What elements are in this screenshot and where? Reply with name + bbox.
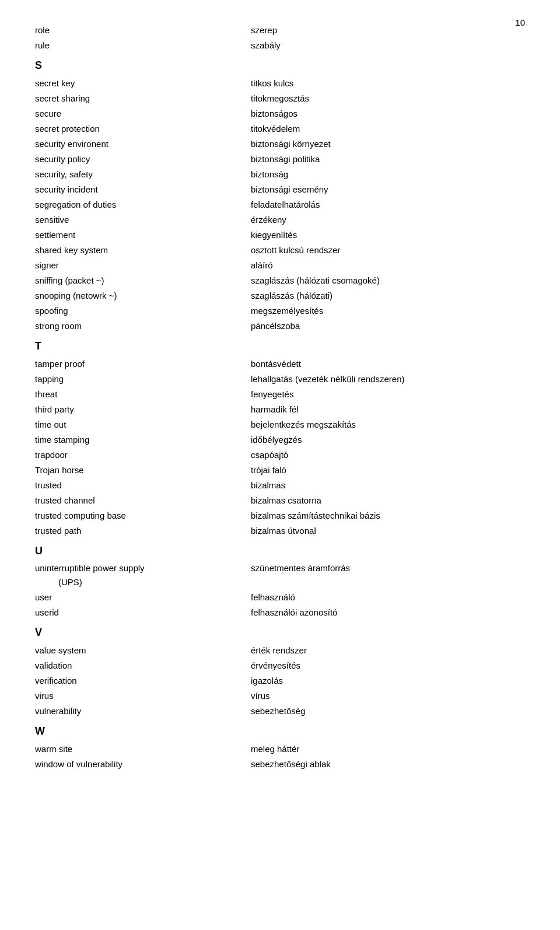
list-item: trapdoorcsapóajtó <box>35 448 525 462</box>
list-item: virusvírus <box>35 689 525 703</box>
section-header: T <box>35 334 525 356</box>
list-item: segregation of dutiesfeladatelhatárolás <box>35 198 525 212</box>
list-item: uninterruptible power supply(UPS)szünetm… <box>35 561 525 589</box>
list-item: tamper proofbontásvédett <box>35 357 525 371</box>
list-item: shared key systemosztott kulcsú rendszer <box>35 243 525 257</box>
list-item: trustedbizalmas <box>35 478 525 492</box>
list-item: secret protectiontitokvédelem <box>35 122 525 136</box>
list-item: verificationigazolás <box>35 674 525 688</box>
list-item: sensitiveérzékeny <box>35 213 525 227</box>
section-header: W <box>35 719 525 741</box>
list-item: signeraláíró <box>35 258 525 272</box>
list-item: secret keytitkos kulcs <box>35 76 525 90</box>
section-header: U <box>35 539 525 561</box>
list-item: security, safetybiztonság <box>35 167 525 181</box>
list-item: ruleszabály <box>35 39 525 53</box>
list-item: value systemérték rendszer <box>35 644 525 658</box>
list-item: sniffing (packet ~)szaglászás (hálózati … <box>35 274 525 288</box>
list-item: userfelhasználó <box>35 590 525 604</box>
list-item: snooping (netowrk ~)szaglászás (hálózati… <box>35 289 525 303</box>
list-item: tappinglehallgatás (vezeték nélküli rend… <box>35 372 525 386</box>
list-item: security policybiztonsági politika <box>35 152 525 166</box>
list-item: warm sitemeleg háttér <box>35 742 525 756</box>
list-item: strong roompáncélszoba <box>35 319 525 333</box>
list-item: time stampingidőbélyegzés <box>35 433 525 447</box>
section-header: S <box>35 54 525 75</box>
glossary-table: roleszerepruleszabálySsecret keytitkos k… <box>35 23 525 772</box>
list-item: window of vulnerabilitysebezhetőségi abl… <box>35 757 525 771</box>
list-item: roleszerep <box>35 23 525 37</box>
list-item: time outbejelentkezés megszakítás <box>35 418 525 432</box>
list-item: trusted pathbizalmas útvonal <box>35 524 525 538</box>
list-item: security incidentbiztonsági esemény <box>35 183 525 197</box>
list-item: Trojan horsetrójai faló <box>35 463 525 477</box>
list-item: security environentbiztonsági környezet <box>35 137 525 151</box>
page-number: 10 <box>515 18 525 27</box>
list-item: securebiztonságos <box>35 107 525 121</box>
list-item: spoofingmegszemélyesítés <box>35 304 525 318</box>
list-item: secret sharingtitokmegosztás <box>35 92 525 106</box>
section-header: V <box>35 621 525 642</box>
list-item: third partyharmadik fél <box>35 403 525 417</box>
list-item: trusted channelbizalmas csatorna <box>35 494 525 508</box>
list-item: settlementkiegyenlítés <box>35 228 525 242</box>
list-item: threatfenyegetés <box>35 387 525 401</box>
list-item: useridfelhasználói azonosító <box>35 606 525 620</box>
content-area: roleszerepruleszabálySsecret keytitkos k… <box>35 23 525 772</box>
list-item: validationérvényesítés <box>35 659 525 673</box>
list-item: vulnerabilitysebezhetőség <box>35 704 525 718</box>
list-item: trusted computing basebizalmas számítást… <box>35 509 525 523</box>
